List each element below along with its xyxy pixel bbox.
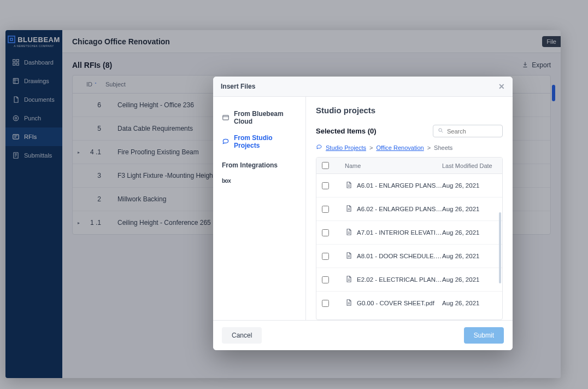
file-name: A6.01 - ENLARGED PLANS.pdf: [357, 182, 442, 189]
file-row[interactable]: A6.01 - ENLARGED PLANS.pdfAug 26, 2021: [316, 174, 502, 198]
integrations-heading: From Integrations: [220, 154, 299, 173]
file-name: G0.00 - COVER SHEET.pdf: [357, 300, 434, 306]
file-checkbox[interactable]: [322, 229, 329, 236]
insert-files-modal: Insert Files ✕ From Bluebeam Cloud From …: [213, 77, 513, 350]
file-date: Aug 26, 2021: [442, 300, 497, 306]
col-date[interactable]: Last Modified Date: [442, 162, 497, 169]
source-bluebeam-cloud[interactable]: From Bluebeam Cloud: [220, 106, 299, 130]
file-checkbox[interactable]: [322, 253, 329, 260]
file-table: Name Last Modified Date A6.01 - ENLARGED…: [316, 157, 503, 320]
file-date: Aug 26, 2021: [442, 276, 497, 283]
modal-header: Insert Files ✕: [213, 77, 513, 97]
browser-title: Studio projects: [316, 106, 503, 115]
file-icon: [345, 251, 357, 261]
modal-title: Insert Files: [221, 83, 255, 90]
file-checkbox[interactable]: [322, 276, 329, 283]
file-icon: [345, 298, 357, 308]
file-date: Aug 26, 2021: [442, 229, 497, 236]
studio-icon: [316, 144, 322, 152]
file-date: Aug 26, 2021: [442, 182, 497, 189]
crumb-leaf: Sheets: [434, 144, 452, 151]
submit-button[interactable]: Submit: [464, 327, 504, 344]
col-name[interactable]: Name: [335, 162, 442, 169]
file-row[interactable]: A6.02 - ENLARGED PLANS.pdfAug 26, 2021: [316, 198, 502, 221]
crumb-mid[interactable]: Office Renovation: [376, 144, 424, 151]
crumb-root[interactable]: Studio Projects: [326, 144, 366, 151]
file-date: Aug 26, 2021: [442, 253, 497, 259]
box-icon: box: [222, 178, 231, 184]
file-date: Aug 26, 2021: [442, 206, 497, 212]
svg-rect-9: [223, 115, 229, 120]
search-input[interactable]: [447, 128, 496, 135]
file-browser: Studio projects Selected Items (0) Studi…: [306, 97, 513, 320]
source-box[interactable]: box: [220, 173, 299, 188]
file-name: A6.02 - ENLARGED PLANS.pdf: [357, 206, 442, 212]
studio-icon: [222, 138, 230, 146]
cancel-button[interactable]: Cancel: [222, 327, 262, 344]
file-checkbox[interactable]: [322, 182, 329, 189]
file-row[interactable]: A7.01 - INTERIOR ELEVATIONS.pdfAug 26, 2…: [316, 221, 502, 245]
close-icon[interactable]: ✕: [498, 82, 505, 91]
modal-footer: Cancel Submit: [213, 320, 513, 350]
file-name: A7.01 - INTERIOR ELEVATIONS.pdf: [357, 229, 442, 236]
source-studio-projects[interactable]: From Studio Projects: [220, 130, 299, 154]
file-row[interactable]: E2.02 - ELECTRICAL PLAN - LEVELAug 26, 2…: [316, 268, 502, 292]
file-icon: [345, 181, 357, 190]
file-icon: [345, 275, 357, 285]
breadcrumb: Studio Projects > Office Renovation > Sh…: [316, 144, 503, 152]
file-row[interactable]: A8.01 - DOOR SCHEDULE.pdfAug 26, 2021: [316, 245, 502, 268]
select-all-checkbox[interactable]: [322, 162, 329, 169]
file-icon: [345, 204, 357, 214]
file-row[interactable]: G0.00 - COVER SHEET.pdfAug 26, 2021: [316, 292, 502, 315]
search-input-wrap[interactable]: [433, 125, 503, 137]
file-checkbox[interactable]: [322, 300, 329, 307]
file-name: A8.01 - DOOR SCHEDULE.pdf: [357, 253, 442, 259]
search-icon: [438, 127, 444, 135]
cloud-folder-icon: [222, 114, 230, 121]
file-table-header: Name Last Modified Date: [316, 158, 502, 174]
file-icon: [345, 228, 357, 237]
scrollbar-thumb[interactable]: [499, 212, 501, 283]
file-name: E2.02 - ELECTRICAL PLAN - LEVEL: [357, 276, 442, 283]
file-checkbox[interactable]: [322, 206, 329, 213]
selected-count: Selected Items (0): [316, 127, 377, 135]
svg-point-10: [439, 129, 442, 132]
source-panel: From Bluebeam Cloud From Studio Projects…: [213, 97, 306, 320]
